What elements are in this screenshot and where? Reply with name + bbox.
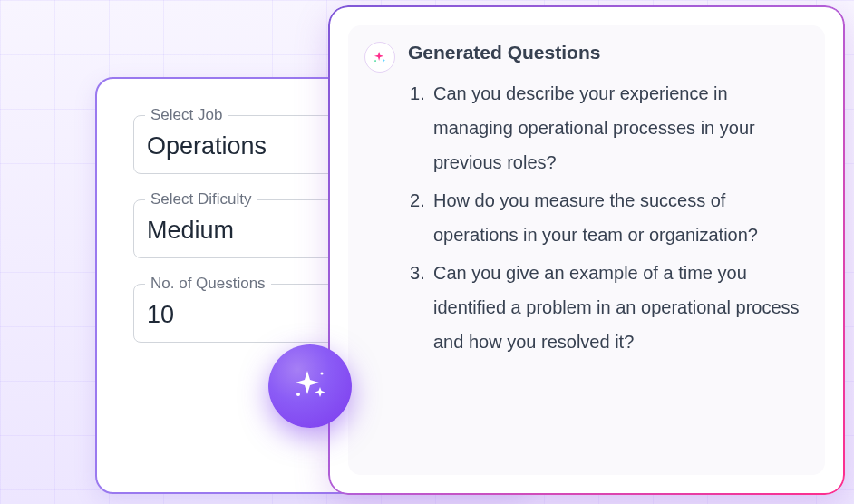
question-item: Can you give an example of a time you id… xyxy=(428,256,803,359)
svg-point-2 xyxy=(374,60,376,62)
count-label: No. of Questions xyxy=(145,275,271,293)
question-item: Can you describe your experience in mana… xyxy=(428,76,803,179)
output-card: Generated Questions Can you describe you… xyxy=(328,5,845,495)
question-item: How do you measure the success of operat… xyxy=(428,183,803,252)
output-title: Generated Questions xyxy=(408,42,803,63)
difficulty-label: Select Dificulty xyxy=(145,190,257,208)
svg-point-0 xyxy=(296,393,300,396)
questions-list: Can you describe your experience in mana… xyxy=(408,76,803,359)
sparkle-icon-small xyxy=(364,42,395,73)
job-label: Select Job xyxy=(145,106,228,124)
svg-point-1 xyxy=(321,373,324,375)
generate-button[interactable] xyxy=(268,344,352,428)
output-inner: Generated Questions Can you describe you… xyxy=(348,25,825,475)
sparkle-icon xyxy=(287,362,333,411)
